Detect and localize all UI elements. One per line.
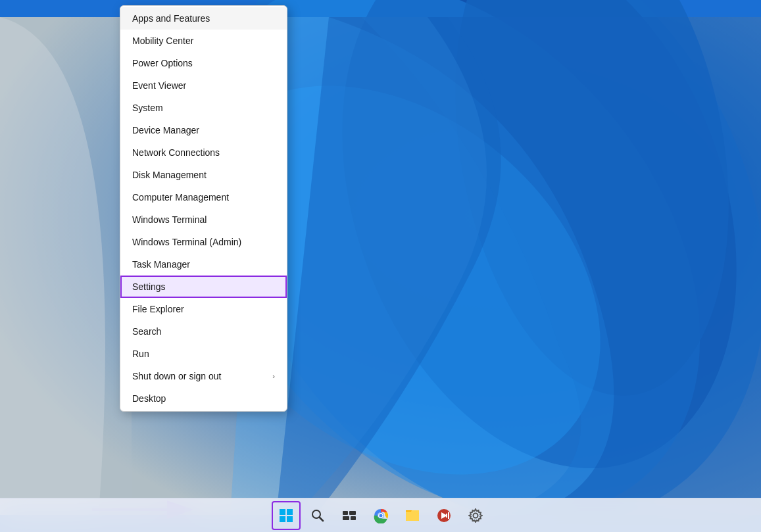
menu-item-label: Windows Terminal (Admin) (132, 237, 241, 247)
svg-rect-11 (280, 516, 285, 522)
menu-item-label: Run (132, 349, 149, 359)
svg-point-28 (473, 513, 478, 518)
chrome-button[interactable] (366, 501, 395, 530)
svg-rect-12 (287, 516, 293, 522)
context-menu: Apps and Features Mobility Center Power … (120, 5, 287, 412)
svg-rect-26 (446, 514, 447, 518)
svg-point-22 (379, 514, 382, 517)
cast-button[interactable] (430, 501, 458, 530)
settings-taskbar-button[interactable] (461, 501, 490, 530)
menu-item-task-manager[interactable]: Task Manager (120, 253, 287, 276)
svg-rect-9 (280, 509, 285, 515)
menu-item-label: Mobility Center (132, 36, 193, 46)
menu-item-windows-terminal-admin[interactable]: Windows Terminal (Admin) (120, 231, 287, 253)
menu-item-label: Apps and Features (132, 13, 210, 24)
svg-rect-15 (343, 511, 348, 515)
menu-item-network-connections[interactable]: Network Connections (120, 141, 287, 164)
desktop: Apps and Features Mobility Center Power … (0, 0, 761, 532)
menu-item-label: Search (132, 326, 161, 337)
menu-item-label: Settings (132, 281, 166, 292)
taskbar-icon-group (272, 501, 490, 530)
menu-item-windows-terminal[interactable]: Windows Terminal (120, 208, 287, 231)
windows-logo-icon (279, 508, 293, 523)
menu-item-label: System (132, 103, 163, 113)
menu-item-file-explorer[interactable]: File Explorer (120, 298, 287, 320)
task-view-button[interactable] (335, 501, 364, 530)
file-explorer-icon (405, 508, 420, 523)
menu-item-settings[interactable]: Settings (120, 276, 287, 298)
menu-item-system[interactable]: System (120, 97, 287, 119)
svg-rect-23 (406, 513, 419, 521)
menu-item-device-manager[interactable]: Device Manager (120, 119, 287, 141)
menu-item-label: Disk Management (132, 170, 207, 180)
search-icon (311, 509, 324, 522)
menu-item-label: Task Manager (132, 259, 190, 270)
menu-item-label: Desktop (132, 393, 166, 404)
menu-item-mobility-center[interactable]: Mobility Center (120, 30, 287, 52)
task-view-icon (342, 508, 356, 523)
svg-rect-10 (287, 509, 293, 515)
menu-item-label: Device Manager (132, 125, 199, 135)
menu-item-label: Computer Management (132, 192, 229, 203)
search-taskbar-button[interactable] (303, 501, 332, 530)
menu-item-shut-down[interactable]: Shut down or sign out › (120, 365, 287, 387)
desktop-background (0, 0, 761, 532)
start-button[interactable] (272, 501, 301, 530)
taskbar (0, 498, 761, 532)
menu-item-search[interactable]: Search (120, 320, 287, 343)
menu-item-label: File Explorer (132, 304, 184, 314)
menu-item-label: Power Options (132, 58, 193, 68)
menu-item-power-options[interactable]: Power Options (120, 52, 287, 74)
svg-rect-18 (351, 516, 356, 520)
svg-rect-27 (448, 512, 449, 519)
file-explorer-button[interactable] (398, 501, 427, 530)
menu-item-desktop[interactable]: Desktop (120, 387, 287, 410)
cast-icon (436, 508, 452, 523)
menu-item-apps-features[interactable]: Apps and Features (120, 7, 287, 30)
svg-line-14 (320, 518, 323, 521)
menu-item-label: Event Viewer (132, 80, 186, 91)
svg-rect-16 (349, 511, 356, 515)
menu-item-computer-management[interactable]: Computer Management (120, 186, 287, 208)
submenu-chevron: › (272, 372, 275, 380)
menu-item-run[interactable]: Run (120, 343, 287, 365)
menu-item-label: Shut down or sign out (132, 371, 221, 381)
chrome-icon (373, 508, 389, 523)
menu-item-event-viewer[interactable]: Event Viewer (120, 74, 287, 97)
menu-item-label: Windows Terminal (132, 214, 207, 225)
gear-icon (468, 508, 483, 523)
svg-rect-17 (343, 516, 349, 520)
menu-item-label: Network Connections (132, 147, 220, 158)
menu-item-disk-management[interactable]: Disk Management (120, 164, 287, 186)
